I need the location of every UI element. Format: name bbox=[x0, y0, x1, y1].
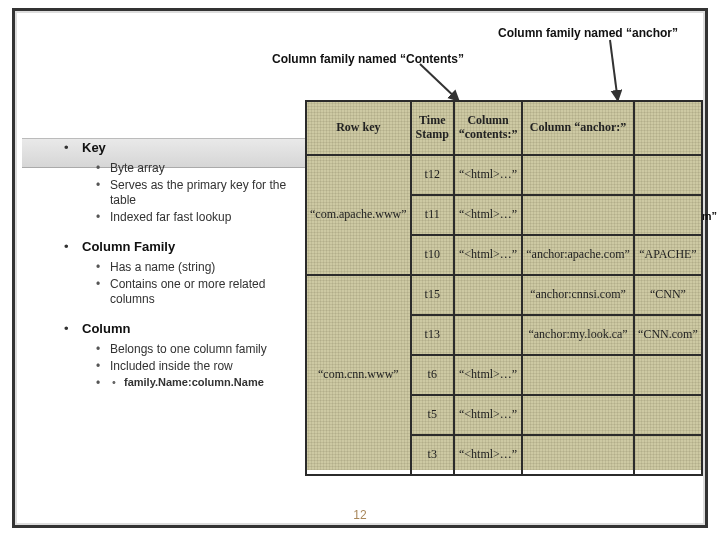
cell-anchor bbox=[522, 195, 634, 235]
list-item: Has a name (string) bbox=[96, 260, 299, 275]
outline-column: •Key Byte array Serves as the primary ke… bbox=[64, 140, 299, 404]
cell-contents: “<html>…” bbox=[454, 355, 522, 395]
hbase-table: Row key Time Stamp Column “contents:” Co… bbox=[305, 100, 703, 476]
cell-ts: t15 bbox=[411, 275, 454, 315]
cell-ts: t6 bbox=[411, 355, 454, 395]
list-item: Byte array bbox=[96, 161, 299, 176]
th-anchor-val bbox=[634, 101, 702, 155]
cell-anchor-val: “CNN” bbox=[634, 275, 702, 315]
cell-contents: “<html>…” bbox=[454, 195, 522, 235]
cell-ts: t13 bbox=[411, 315, 454, 355]
cell-ts: t12 bbox=[411, 155, 454, 195]
th-rowkey: Row key bbox=[306, 101, 411, 155]
cell-anchor-val bbox=[634, 355, 702, 395]
cell-anchor: “anchor:my.look.ca” bbox=[522, 315, 634, 355]
cell-anchor bbox=[522, 155, 634, 195]
cell-contents: “<html>…” bbox=[454, 235, 522, 275]
list-item: Included inside the row bbox=[96, 359, 299, 374]
cell-anchor-val: “APACHE” bbox=[634, 235, 702, 275]
cell-contents bbox=[454, 275, 522, 315]
bullet-cf-items: Has a name (string) Contains one or more… bbox=[96, 260, 299, 307]
cell-ts: t10 bbox=[411, 235, 454, 275]
cell-contents bbox=[454, 315, 522, 355]
annotation-anchor: Column family named “anchor” bbox=[498, 26, 678, 40]
cell-anchor bbox=[522, 355, 634, 395]
cell-rowkey: “com.cnn.www” bbox=[306, 275, 411, 475]
list-item: Serves as the primary key for the table bbox=[96, 178, 299, 208]
list-item: family.Name:column.Name bbox=[96, 376, 299, 390]
th-contents: Column “contents:” bbox=[454, 101, 522, 155]
cell-anchor-val bbox=[634, 155, 702, 195]
cell-anchor: “anchor:apache.com” bbox=[522, 235, 634, 275]
bullet-column-family: •Column Family bbox=[64, 239, 299, 254]
hbase-table-region: Row key Time Stamp Column “contents:” Co… bbox=[305, 100, 703, 476]
cell-anchor-val: “CNN.com” bbox=[634, 315, 702, 355]
cell-contents: “<html>…” bbox=[454, 155, 522, 195]
th-timestamp: Time Stamp bbox=[411, 101, 454, 155]
cell-contents: “<html>…” bbox=[454, 395, 522, 435]
bullet-column: •Column bbox=[64, 321, 299, 336]
list-item: Indexed far fast lookup bbox=[96, 210, 299, 225]
cell-anchor bbox=[522, 435, 634, 475]
cell-anchor: “anchor:cnnsi.com” bbox=[522, 275, 634, 315]
annotation-contents: Column family named “Contents” bbox=[272, 52, 464, 66]
cell-anchor bbox=[522, 395, 634, 435]
cell-contents: “<html>…” bbox=[454, 435, 522, 475]
cell-ts: t3 bbox=[411, 435, 454, 475]
bullet-col-items: Belongs to one column family Included in… bbox=[96, 342, 299, 390]
cell-anchor-val bbox=[634, 435, 702, 475]
th-anchor: Column “anchor:” bbox=[522, 101, 634, 155]
cell-ts: t11 bbox=[411, 195, 454, 235]
table-header-row: Row key Time Stamp Column “contents:” Co… bbox=[306, 101, 702, 155]
cell-anchor-val bbox=[634, 395, 702, 435]
table-row: “com.cnn.www” t15 “anchor:cnnsi.com” “CN… bbox=[306, 275, 702, 315]
cell-anchor-val bbox=[634, 195, 702, 235]
table-row: “com.apache.www” t12 “<html>…” bbox=[306, 155, 702, 195]
list-item: Belongs to one column family bbox=[96, 342, 299, 357]
page-number: 12 bbox=[0, 508, 720, 522]
list-item: Contains one or more related columns bbox=[96, 277, 299, 307]
cell-ts: t5 bbox=[411, 395, 454, 435]
bullet-key-items: Byte array Serves as the primary key for… bbox=[96, 161, 299, 225]
bullet-key: •Key bbox=[64, 140, 299, 155]
cell-rowkey: “com.apache.www” bbox=[306, 155, 411, 275]
list-item: family.Name:column.Name bbox=[112, 376, 299, 390]
